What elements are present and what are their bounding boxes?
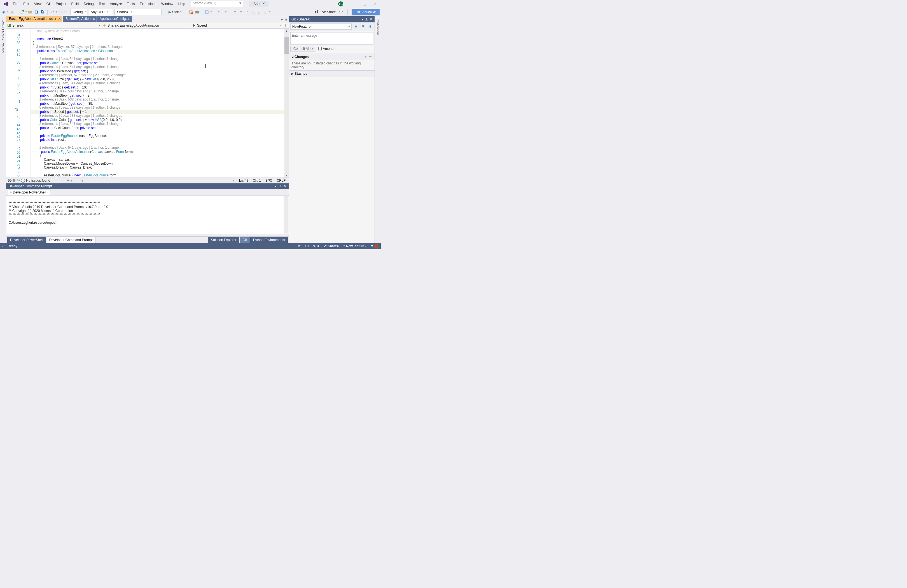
- stage-all-icon[interactable]: ＋: [364, 54, 367, 59]
- scroll-right-icon[interactable]: ▸: [233, 179, 235, 183]
- menu-test[interactable]: Test: [96, 1, 107, 7]
- sync-button[interactable]: ⟳: [298, 244, 301, 248]
- pin-icon[interactable]: ⊥: [279, 184, 282, 188]
- outgoing-commits[interactable]: ↑1: [304, 244, 309, 248]
- nav-class-dropdown[interactable]: ShareX.EasterEggAboutAnimation▾: [101, 22, 191, 28]
- indent-indicator[interactable]: SPC: [265, 179, 272, 183]
- nav-member-dropdown[interactable]: Speed▾: [191, 22, 282, 28]
- terminal-scrollbar[interactable]: [284, 196, 288, 234]
- terminal-output[interactable]: ****************************************…: [7, 196, 288, 234]
- menu-analyze[interactable]: Analyze: [108, 1, 124, 7]
- menu-git[interactable]: Git: [44, 1, 53, 7]
- menu-view[interactable]: View: [32, 1, 44, 7]
- save-all-icon[interactable]: [40, 10, 45, 14]
- stashes-section-header[interactable]: ▷ Stashes: [289, 70, 375, 77]
- branch-dropdown[interactable]: NewFeature▾: [290, 24, 352, 30]
- dev-powershell-tab[interactable]: Developer PowerShell: [7, 237, 46, 243]
- step-over-icon[interactable]: [195, 10, 200, 14]
- solution-name[interactable]: ShareX: [249, 1, 268, 7]
- toolbox-tab[interactable]: Toolbox: [1, 42, 5, 54]
- menu-project[interactable]: Project: [53, 1, 68, 7]
- minimize-button[interactable]: ─: [350, 1, 358, 7]
- dev-cmd-tab[interactable]: Developer Command Prompt: [46, 237, 96, 243]
- maximize-button[interactable]: ▢: [361, 1, 369, 7]
- close-tab-icon[interactable]: ✕: [58, 17, 61, 21]
- line-indicator[interactable]: Ln: 42: [239, 179, 248, 183]
- editor-scrollbar[interactable]: ▴ ▾: [284, 29, 289, 178]
- feedback-icon[interactable]: [338, 10, 343, 14]
- uncomment-icon[interactable]: ≡: [239, 10, 244, 14]
- notifications-tab[interactable]: Notifications: [376, 18, 380, 37]
- git-panel-title[interactable]: Git - ShareX ▾ ⊥ ✕: [289, 16, 375, 22]
- scroll-down-icon[interactable]: ▾: [284, 173, 289, 178]
- col-indicator[interactable]: Ch: 1: [253, 179, 261, 183]
- fetch-icon[interactable]: [353, 24, 359, 30]
- undo-icon[interactable]: ↶: [50, 10, 55, 14]
- scroll-up-icon[interactable]: ▴: [284, 29, 289, 33]
- open-file-icon[interactable]: [28, 10, 33, 14]
- pin-icon[interactable]: ⊕: [54, 18, 56, 21]
- menu-window[interactable]: Window: [159, 1, 176, 7]
- config-dropdown[interactable]: Debug▾: [70, 9, 87, 15]
- server-explorer-tab[interactable]: Server Explorer: [1, 18, 5, 41]
- live-share-button[interactable]: Live Share: [315, 10, 336, 14]
- nav-fwd-icon[interactable]: ◉: [10, 10, 14, 14]
- step-into-icon[interactable]: [188, 10, 194, 14]
- solution-explorer-tab[interactable]: Solution Explorer: [208, 237, 239, 243]
- int-preview-badge[interactable]: INT PREVIEW: [352, 9, 380, 15]
- menu-edit[interactable]: Edit: [21, 1, 31, 7]
- scroll-left-icon[interactable]: ◂: [81, 179, 83, 183]
- quick-search-input[interactable]: Search (Ctrl+Q): [191, 1, 244, 7]
- split-view-icon[interactable]: ⫴: [282, 22, 289, 28]
- scroll-thumb[interactable]: [284, 37, 289, 54]
- error-list-summary[interactable]: ✓ No issues found: [21, 179, 50, 183]
- doc-tab[interactable]: ApplicationConfig.cs: [97, 16, 132, 22]
- redo-icon[interactable]: ↷: [58, 10, 63, 14]
- tab-overflow-icon[interactable]: ▾: [281, 18, 283, 22]
- pending-changes[interactable]: ✎0: [313, 244, 319, 248]
- repo-indicator[interactable]: ⎇ShareX: [323, 244, 339, 248]
- pin-icon[interactable]: ⊥: [365, 18, 368, 21]
- indent-icon[interactable]: ≡·: [216, 10, 221, 14]
- new-project-icon[interactable]: [19, 10, 24, 14]
- menu-extensions[interactable]: Extensions: [138, 1, 159, 7]
- health-indicator-icon[interactable]: ❤ ▾: [67, 179, 72, 183]
- menu-help[interactable]: Help: [176, 1, 187, 7]
- amend-checkbox[interactable]: Amend: [318, 47, 333, 51]
- nav-back-icon[interactable]: ◉: [1, 10, 6, 14]
- more-icon[interactable]: ⋯: [369, 54, 372, 59]
- close-panel-icon[interactable]: ✕: [284, 184, 287, 188]
- menu-build[interactable]: Build: [69, 1, 81, 7]
- python-env-tab[interactable]: Python Environments: [250, 237, 288, 243]
- window-dropdown-icon[interactable]: ▾: [275, 184, 277, 188]
- account-avatar[interactable]: TG: [338, 2, 343, 6]
- changes-section-header[interactable]: ◢ Changes ＋ ⋯: [289, 53, 375, 60]
- eol-indicator[interactable]: CRLF: [277, 179, 285, 183]
- glyph-margin[interactable]: [22, 29, 31, 178]
- close-button[interactable]: ✕: [371, 1, 380, 7]
- new-terminal-button[interactable]: + Developer PowerShell ▾: [8, 189, 50, 195]
- notifications-button[interactable]: ⚑ 8: [370, 244, 378, 248]
- start-debug-button[interactable]: ▶ Start ▾: [166, 9, 184, 15]
- save-icon[interactable]: [34, 10, 39, 14]
- outdent-icon[interactable]: ·≡: [223, 10, 228, 14]
- menu-debug[interactable]: Debug: [82, 1, 96, 7]
- pull-icon[interactable]: [360, 24, 366, 30]
- close-panel-icon[interactable]: ✕: [370, 18, 372, 21]
- doc-tab-active[interactable]: EasterEggAboutAnimation.cs ⊕ ✕: [6, 16, 63, 22]
- bookmark-icon[interactable]: 🏳: [245, 10, 250, 14]
- window-dropdown-icon[interactable]: ▾: [362, 18, 363, 21]
- tab-settings-icon[interactable]: ✼: [284, 18, 287, 22]
- nav-project-dropdown[interactable]: C# ShareX▾: [6, 22, 101, 28]
- terminal-title-bar[interactable]: Developer Command Prompt ▾ ⊥ ✕: [6, 183, 289, 189]
- branch-indicator[interactable]: ⑂NewFeature▴: [343, 244, 367, 248]
- comment-icon[interactable]: ≡: [232, 10, 237, 14]
- commit-all-button[interactable]: Commit All ▾: [290, 46, 316, 52]
- commit-message-input[interactable]: [290, 32, 373, 45]
- git-tab[interactable]: Git: [240, 237, 250, 243]
- startup-project-dropdown[interactable]: ShareX▾: [114, 9, 162, 15]
- doc-tab[interactable]: BalloonTipAction.cs: [63, 16, 97, 22]
- code-editor[interactable]: 31 32 33 34 35 36 37 38 39 40 41 42✎ 43 …: [6, 29, 289, 178]
- find-in-files-icon[interactable]: [204, 10, 209, 14]
- platform-dropdown[interactable]: Any CPU▾: [88, 9, 114, 15]
